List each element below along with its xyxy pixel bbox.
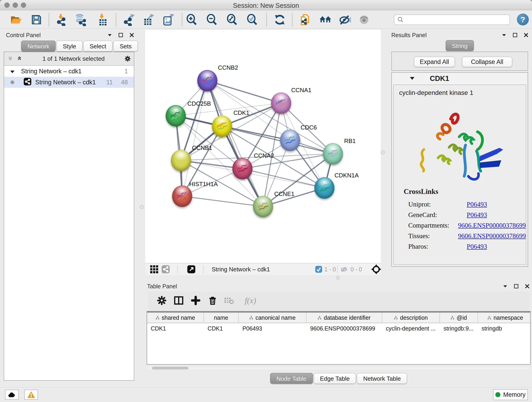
refresh-layout-button[interactable] — [273, 13, 286, 26]
network-node-cdc25b[interactable] — [166, 105, 186, 127]
entry-collapse-caret-icon[interactable] — [410, 77, 415, 81]
tab-sets[interactable]: Sets — [113, 41, 138, 51]
table-row[interactable]: CDK1CDK1P064939606.ENSP00000378699cyclin… — [147, 323, 530, 334]
zoom-selected-button[interactable] — [246, 13, 259, 26]
column-header-canonical-name[interactable]: canonical name — [239, 313, 307, 323]
clone-network-button[interactable] — [299, 13, 311, 26]
panel-menu-caret-icon[interactable] — [502, 283, 508, 289]
scrollbar-thumb[interactable] — [152, 367, 189, 370]
network-node-ccna2[interactable] — [232, 158, 253, 179]
network-tree: String Network – cdk1 1 String Network –… — [4, 65, 134, 380]
tab-network-table[interactable]: Network Table — [357, 373, 407, 384]
column-header-database-identifier[interactable]: database identifier — [307, 313, 382, 323]
string-home-button[interactable] — [319, 13, 331, 26]
pan-button[interactable] — [371, 264, 381, 274]
tab-style[interactable]: Style — [56, 41, 82, 51]
panel-menu-caret-icon[interactable] — [501, 32, 507, 38]
add-column-button[interactable] — [190, 295, 201, 306]
hide-show-button[interactable] — [339, 13, 351, 26]
network-node-ccnb1[interactable] — [171, 150, 191, 171]
column-header-namespace[interactable]: namespace — [478, 313, 531, 323]
panel-float-icon[interactable] — [118, 32, 124, 38]
memory-button[interactable]: Memory — [493, 389, 528, 400]
network-node-hist1h1a[interactable] — [172, 185, 192, 207]
tab-network[interactable]: Network — [21, 41, 56, 51]
column-header--id[interactable]: @id — [440, 313, 478, 323]
delete-table-button[interactable] — [224, 295, 234, 306]
cloud-status-button[interactable] — [5, 390, 19, 400]
tab-string[interactable]: String — [446, 40, 474, 51]
table-cell[interactable]: P06493 — [239, 323, 307, 334]
horizontal-splitter-grip[interactable] — [336, 276, 340, 280]
network-collection-row[interactable]: String Network – cdk1 1 — [4, 66, 134, 77]
network-canvas[interactable]: CCNB2CCNA1CDC25BCDK1CDC6RB1CCNB1CCNA2CDK… — [145, 30, 381, 263]
network-view-mode-button[interactable] — [161, 265, 170, 274]
selected-checkbox-icon[interactable] — [315, 266, 322, 273]
crosslink-link[interactable]: P06493 — [467, 211, 487, 219]
right-splitter-grip[interactable] — [381, 150, 385, 154]
zoom-out-button[interactable] — [206, 13, 218, 26]
zoom-fit-button[interactable] — [226, 13, 238, 26]
table-cell[interactable]: CDK1 — [147, 323, 204, 334]
network-node-ccne1[interactable] — [253, 196, 273, 217]
network-node-rb1[interactable] — [323, 143, 343, 165]
gene-entry-header[interactable]: CDK1 — [392, 73, 528, 85]
grid-view-button[interactable] — [150, 265, 158, 274]
show-columns-button[interactable] — [173, 295, 184, 306]
network-node-cdc6[interactable] — [280, 129, 300, 151]
import-network-button[interactable] — [55, 13, 67, 26]
function-builder-button[interactable]: f(x) — [240, 295, 261, 306]
expand-all-chevron-icon[interactable] — [17, 56, 22, 62]
tab-node-table[interactable]: Node Table — [270, 373, 313, 384]
column-header-shared-name[interactable]: shared name — [147, 313, 204, 323]
left-splitter-grip[interactable] — [140, 205, 144, 209]
help-button[interactable]: ? — [517, 13, 529, 26]
expand-all-button[interactable]: Expand All — [414, 57, 455, 67]
panel-float-icon[interactable] — [513, 283, 519, 289]
graphics-details-button[interactable] — [358, 13, 370, 26]
table-cell[interactable]: CDK1 — [204, 323, 239, 334]
collapse-all-chevron-icon[interactable] — [7, 56, 13, 62]
table-options-button[interactable] — [156, 295, 167, 306]
table-cell[interactable]: stringdb:9... — [440, 323, 478, 334]
panel-menu-caret-icon[interactable] — [107, 32, 113, 38]
network-node-cdk1[interactable] — [212, 115, 232, 137]
export-image-button[interactable] — [162, 13, 174, 26]
zoom-in-button[interactable] — [186, 13, 198, 26]
birds-eye-view-button[interactable] — [187, 265, 196, 274]
crosslink-link[interactable]: 9606.ENSP00000378699 — [458, 222, 526, 229]
import-network-from-database-button[interactable] — [75, 13, 87, 26]
collapse-all-button[interactable]: Collapse All — [462, 57, 512, 67]
tab-select[interactable]: Select — [83, 41, 113, 51]
table-cell[interactable]: cyclin-dependent ... — [382, 323, 440, 334]
column-header-description[interactable]: description — [382, 313, 440, 323]
panel-close-icon[interactable] — [523, 32, 529, 38]
network-node-ccnb2[interactable] — [197, 70, 217, 91]
table-cell[interactable]: 9606.ENSP00000378699 — [307, 323, 382, 334]
save-session-button[interactable] — [30, 13, 43, 26]
network-node-cdkn1a[interactable] — [314, 177, 335, 199]
network-selection-status: 1 of 1 Network selected — [22, 55, 125, 62]
export-table-button[interactable] — [142, 13, 154, 26]
search-input[interactable] — [406, 15, 510, 24]
network-edge-count: 48 — [121, 79, 128, 86]
panel-float-icon[interactable] — [512, 32, 518, 38]
network-node-ccna1[interactable] — [271, 92, 291, 114]
crosslink-link[interactable]: 9606.ENSP00000378699 — [458, 232, 526, 240]
panel-close-icon[interactable] — [129, 32, 135, 38]
network-options-gear-icon[interactable] — [125, 56, 131, 62]
crosslink-link[interactable]: P06493 — [467, 243, 487, 250]
network-row[interactable]: String Network – cdk1 11 48 — [4, 77, 134, 88]
warning-status-button[interactable] — [24, 390, 38, 400]
open-session-button[interactable] — [10, 13, 22, 26]
import-table-button[interactable] — [95, 13, 108, 26]
panel-close-icon[interactable] — [524, 283, 530, 289]
crosslink-link[interactable]: P06493 — [467, 201, 487, 208]
table-cell[interactable]: stringdb — [478, 323, 531, 334]
column-header-name[interactable]: name — [204, 313, 239, 323]
export-network-button[interactable] — [122, 13, 135, 26]
collection-expand-caret-icon[interactable] — [10, 68, 15, 75]
table-horizontal-scrollbar[interactable] — [147, 366, 531, 370]
delete-column-button[interactable] — [207, 295, 218, 306]
tab-edge-table[interactable]: Edge Table — [314, 373, 356, 384]
